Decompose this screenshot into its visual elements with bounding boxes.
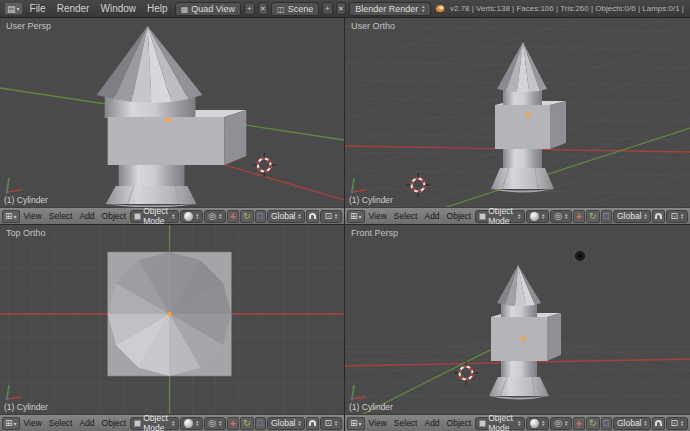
shading-dropdown[interactable] (526, 210, 549, 223)
menu-window[interactable]: Window (96, 3, 140, 14)
menu-view[interactable]: View (21, 418, 45, 428)
pivot-dropdown[interactable] (550, 417, 572, 430)
viewport-header: View Select Add Object Object Mode Globa… (345, 207, 690, 224)
pivot-center-icon (554, 211, 562, 221)
object-mode-icon (134, 213, 141, 220)
close-layout-button[interactable] (258, 2, 269, 15)
menu-object[interactable]: Object (444, 211, 475, 221)
scene-selector[interactable]: Scene (271, 2, 319, 16)
scene-value: Scene (288, 4, 314, 14)
mini-axis-gizmo (4, 384, 24, 402)
viewport-user-ortho-canvas[interactable]: User Ortho (1) Cylinder (345, 18, 690, 207)
orientation-dropdown[interactable]: Global (267, 210, 306, 223)
mini-axis-gizmo (4, 177, 24, 195)
menu-object[interactable]: Object (444, 418, 475, 428)
manipulator-scale-button[interactable] (255, 210, 266, 223)
manipulator-translate-button[interactable] (573, 210, 585, 223)
menu-view[interactable]: View (366, 211, 390, 221)
magnet-icon (309, 213, 316, 219)
cursor-3d[interactable] (454, 361, 478, 385)
cursor-3d[interactable] (406, 173, 430, 197)
editor-type-button[interactable] (2, 417, 20, 430)
info-editor-icon (7, 4, 16, 14)
menu-select[interactable]: Select (46, 211, 76, 221)
menu-object[interactable]: Object (99, 211, 130, 221)
viewport-user-persp-canvas[interactable]: User Persp (1) Cylinder (0, 18, 344, 207)
render-engine-selector[interactable]: Blender Render (349, 2, 431, 16)
viewport-corner-info: (1) Cylinder (349, 384, 393, 412)
orientation-dropdown[interactable]: Global (267, 417, 306, 430)
rocket-model[interactable] (108, 252, 232, 376)
shading-sphere-icon (530, 419, 539, 428)
menu-render[interactable]: Render (53, 3, 94, 14)
shading-dropdown[interactable] (526, 417, 549, 430)
quad-view: User Persp (1) Cylinder View Select Add … (0, 18, 690, 431)
manipulator-scale-button[interactable] (601, 417, 612, 430)
menu-select[interactable]: Select (391, 418, 421, 428)
menu-select[interactable]: Select (46, 418, 76, 428)
manipulator-translate-button[interactable] (573, 417, 585, 430)
menu-file[interactable]: File (26, 3, 50, 14)
mode-dropdown[interactable]: Object Mode (130, 417, 179, 430)
manipulator-rotate-button[interactable] (240, 417, 254, 430)
snap-magnet-button[interactable] (652, 210, 665, 223)
shading-dropdown[interactable] (180, 210, 203, 223)
lamp-object[interactable] (575, 251, 585, 261)
add-layout-button[interactable] (244, 2, 255, 15)
viewport-corner-info: (1) Cylinder (4, 177, 48, 205)
viewport-front-persp-canvas[interactable]: Front Persp (1) Cylinder (345, 225, 690, 414)
manipulator-rotate-button[interactable] (586, 417, 600, 430)
scene-icon (277, 4, 285, 14)
manipulator-scale-button[interactable] (601, 210, 612, 223)
editor-type-button[interactable] (347, 417, 365, 430)
pivot-dropdown[interactable] (550, 210, 572, 223)
viewport-corner-info: (1) Cylinder (349, 177, 393, 205)
manipulator-translate-button[interactable] (227, 210, 239, 223)
magnet-icon (309, 420, 316, 426)
manipulator-rotate-button[interactable] (586, 210, 600, 223)
viewport-label: User Ortho (351, 21, 395, 31)
dropdown-arrows-icon (298, 420, 302, 427)
editor-type-button[interactable] (2, 210, 20, 223)
snap-magnet-button[interactable] (306, 417, 319, 430)
manipulator-translate-button[interactable] (227, 417, 239, 430)
editor-type-button[interactable] (347, 210, 365, 223)
mode-dropdown[interactable]: Object Mode (475, 210, 525, 223)
viewport-top-ortho-canvas[interactable]: Top Ortho (1) Cylinder (0, 225, 344, 414)
pivot-dropdown[interactable] (204, 417, 226, 430)
menu-object[interactable]: Object (99, 418, 130, 428)
snap-element-dropdown[interactable] (320, 210, 342, 223)
orientation-dropdown[interactable]: Global (613, 417, 652, 430)
add-scene-button[interactable] (322, 2, 333, 15)
object-origin-dot (167, 312, 171, 316)
menu-help[interactable]: Help (143, 3, 172, 14)
menu-add[interactable]: Add (76, 418, 97, 428)
menu-select[interactable]: Select (391, 211, 421, 221)
pivot-dropdown[interactable] (204, 210, 226, 223)
viewport-header: View Select Add Object Object Mode Globa… (0, 207, 344, 224)
menu-add[interactable]: Add (76, 211, 97, 221)
menu-add[interactable]: Add (421, 211, 442, 221)
snap-element-dropdown[interactable] (666, 210, 688, 223)
manipulator-rotate-button[interactable] (240, 210, 254, 223)
snap-magnet-button[interactable] (306, 210, 319, 223)
viewport-user-persp: User Persp (1) Cylinder View Select Add … (0, 18, 344, 224)
menu-add[interactable]: Add (421, 418, 442, 428)
snap-element-dropdown[interactable] (666, 417, 688, 430)
dropdown-arrows-icon (541, 213, 545, 220)
manipulator-scale-button[interactable] (255, 417, 266, 430)
orientation-dropdown[interactable]: Global (613, 210, 652, 223)
menu-view[interactable]: View (366, 418, 390, 428)
close-scene-button[interactable] (336, 2, 347, 15)
editor-type-button[interactable] (4, 2, 23, 15)
rocket-model[interactable] (489, 265, 561, 400)
mode-label: Object Mode (488, 414, 515, 431)
mode-dropdown[interactable]: Object Mode (475, 417, 525, 430)
shading-dropdown[interactable] (180, 417, 203, 430)
screen-layout-selector[interactable]: Quad View (175, 2, 241, 16)
mode-dropdown[interactable]: Object Mode (130, 210, 179, 223)
menu-view[interactable]: View (21, 211, 45, 221)
snap-element-dropdown[interactable] (320, 417, 342, 430)
mode-label: Object Mode (488, 207, 515, 224)
snap-magnet-button[interactable] (652, 417, 665, 430)
